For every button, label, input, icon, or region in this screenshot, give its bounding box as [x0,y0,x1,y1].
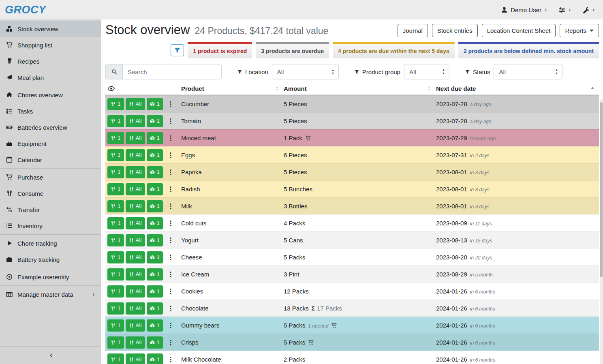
open-one-button[interactable]: 1 [147,353,163,364]
consume-all-button[interactable]: All [126,234,145,246]
row-menu-button[interactable] [167,322,174,329]
consume-all-button[interactable]: All [126,166,145,178]
sidebar-item[interactable]: Inventory [0,218,101,234]
consume-all-button[interactable]: All [126,251,145,263]
consume-all-button[interactable]: All [126,115,145,127]
consume-one-button[interactable]: 1 [107,234,124,246]
consume-all-button[interactable]: All [126,336,145,349]
amount-column-header[interactable]: Amount [284,85,436,92]
open-one-button[interactable]: 1 [147,166,163,178]
open-one-button[interactable]: 1 [147,234,163,246]
consume-one-button[interactable]: 1 [107,115,124,127]
row-menu-button[interactable] [167,220,174,227]
sidebar-collapse-button[interactable] [0,346,101,364]
row-menu-button[interactable] [167,288,174,295]
sidebar-item[interactable]: Example userentity [0,269,101,285]
row-menu-button[interactable] [167,339,174,346]
sidebar-item[interactable]: Shopping list [0,37,101,53]
sidebar-item[interactable]: Chores overview [0,87,101,103]
location-select[interactable]: All [272,64,339,79]
status-banner[interactable]: 1 product is expired [188,42,252,58]
open-one-button[interactable]: 1 [147,217,163,229]
consume-one-button[interactable]: 1 [107,166,124,178]
row-menu-button[interactable] [167,118,174,124]
consume-one-button[interactable]: 1 [107,353,124,364]
sidebar-item[interactable]: Tasks [0,103,101,119]
product-group-select[interactable]: All [404,64,449,79]
consume-all-button[interactable]: All [126,285,145,298]
consume-one-button[interactable]: 1 [107,302,124,315]
consume-all-button[interactable]: All [126,200,145,212]
open-one-button[interactable]: 1 [147,98,163,110]
consume-all-button[interactable]: All [126,302,145,315]
consume-all-button[interactable]: All [126,183,145,195]
row-menu-button[interactable] [167,135,174,141]
sidebar-item[interactable]: Transfer [0,201,101,218]
open-one-button[interactable]: 1 [147,302,163,315]
sidebar-item[interactable]: Purchase [0,169,101,185]
row-menu-button[interactable] [167,169,174,176]
row-menu-button[interactable] [167,356,174,363]
sidebar-item[interactable]: Batteries overview [0,119,101,135]
consume-all-button[interactable]: All [126,132,145,144]
consume-all-button[interactable]: All [126,98,145,110]
open-one-button[interactable]: 1 [147,251,163,263]
sidebar-item[interactable]: Chore tracking [0,235,101,251]
user-menu[interactable]: Demo User [501,6,548,13]
row-menu-button[interactable] [167,254,174,261]
sidebar-item[interactable]: Recipes [0,53,101,69]
consume-one-button[interactable]: 1 [107,217,124,229]
row-menu-button[interactable] [167,237,174,244]
consume-one-button[interactable]: 1 [107,200,124,212]
open-one-button[interactable]: 1 [147,285,163,298]
row-menu-button[interactable] [167,186,174,193]
header-action-button[interactable]: Journal [398,24,428,37]
consume-one-button[interactable]: 1 [107,319,124,332]
sidebar-item[interactable]: Manage master data [0,286,101,302]
sidebar-item[interactable]: Meal plan [0,69,101,86]
open-one-button[interactable]: 1 [147,115,163,127]
row-menu-button[interactable] [167,101,174,107]
consume-one-button[interactable]: 1 [107,285,124,298]
consume-one-button[interactable]: 1 [107,251,124,263]
row-menu-button[interactable] [167,305,174,312]
consume-all-button[interactable]: All [126,353,145,364]
sidebar-item[interactable]: Battery tracking [0,251,101,268]
sidebar-item[interactable]: Equipment [0,135,101,152]
consume-one-button[interactable]: 1 [107,336,124,349]
consume-all-button[interactable]: All [126,217,145,229]
consume-one-button[interactable]: 1 [107,98,124,110]
row-menu-button[interactable] [167,203,174,210]
scrollbar-thumb[interactable] [600,102,603,277]
sidebar-item[interactable]: Stock overview [0,21,101,37]
search-input[interactable] [123,64,221,79]
product-column-header[interactable]: Product [181,85,284,92]
open-one-button[interactable]: 1 [147,149,163,161]
row-menu-button[interactable] [167,271,174,278]
row-menu-button[interactable] [167,152,174,158]
eye-toggle[interactable] [105,85,181,92]
open-one-button[interactable]: 1 [147,183,163,195]
header-action-button[interactable]: Stock entries [432,24,478,37]
admin-menu[interactable] [582,6,596,13]
scrollbar[interactable] [600,99,603,364]
due-date-column-header[interactable]: Next due date [436,85,599,92]
consume-one-button[interactable]: 1 [107,268,124,280]
open-one-button[interactable]: 1 [147,132,163,144]
status-select[interactable]: All [494,64,562,79]
consume-one-button[interactable]: 1 [107,132,124,144]
settings-menu[interactable] [558,6,572,13]
sidebar-item[interactable]: Consume [0,185,101,201]
status-banner[interactable]: 4 products are due within the next 5 day… [333,42,455,58]
header-action-button[interactable]: Location Content Sheet [482,24,556,37]
open-one-button[interactable]: 1 [147,319,163,332]
consume-one-button[interactable]: 1 [107,183,124,195]
open-one-button[interactable]: 1 [147,336,163,349]
consume-all-button[interactable]: All [126,268,145,280]
header-action-button[interactable]: Reports [560,24,599,37]
sidebar-item[interactable]: Calendar [0,152,101,168]
open-one-button[interactable]: 1 [147,200,163,212]
status-banner[interactable]: 3 products are overdue [256,42,329,58]
clear-filter-button[interactable] [171,44,184,56]
app-logo[interactable]: GROCY [5,4,46,16]
